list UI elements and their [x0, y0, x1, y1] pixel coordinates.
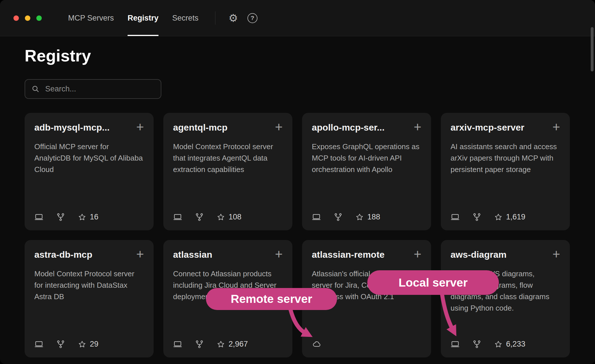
- star-count: 108: [217, 213, 241, 221]
- main-tabs: MCP Servers Registry Secrets: [68, 0, 199, 36]
- add-server-button[interactable]: +: [411, 248, 421, 261]
- laptop-icon: [312, 213, 321, 222]
- laptop-icon: [34, 340, 43, 349]
- server-card-footer: 29: [34, 340, 144, 349]
- minimize-button[interactable]: [25, 15, 30, 21]
- settings-gear-icon[interactable]: ⚙: [229, 12, 238, 24]
- star-icon: [217, 340, 225, 349]
- github-fork-icon[interactable]: [56, 340, 65, 349]
- close-button[interactable]: [13, 15, 19, 21]
- server-description: Model Context Protocol server that integ…: [173, 141, 283, 175]
- laptop-icon: [173, 340, 182, 349]
- server-name: atlassian-remote: [312, 248, 411, 261]
- star-count: 29: [78, 340, 98, 349]
- server-card-footer: 188: [312, 213, 421, 222]
- server-name: astra-db-mcp: [34, 248, 133, 261]
- app-window: MCP Servers Registry Secrets ⚙ ? Registr…: [0, 0, 595, 364]
- server-card[interactable]: aws-diagram + Generate AWS diagrams, seq…: [441, 240, 570, 357]
- maximize-button[interactable]: [36, 15, 42, 21]
- star-icon: [494, 340, 503, 349]
- server-name: arxiv-mcp-server: [451, 121, 550, 134]
- tab-secrets[interactable]: Secrets: [172, 0, 199, 36]
- star-count: 1,619: [494, 213, 525, 221]
- page-title: Registry: [25, 47, 595, 65]
- server-description: AI assistants search and access arXiv pa…: [451, 141, 560, 175]
- add-server-button[interactable]: +: [411, 121, 421, 133]
- server-card[interactable]: astra-db-mcp + Model Context Protocol se…: [25, 240, 154, 357]
- laptop-icon: [173, 213, 182, 222]
- add-server-button[interactable]: +: [272, 248, 283, 261]
- server-card[interactable]: agentql-mcp + Model Context Protocol ser…: [163, 113, 292, 230]
- server-card-footer: 16: [34, 213, 144, 222]
- tab-registry[interactable]: Registry: [128, 0, 158, 36]
- github-fork-icon[interactable]: [472, 340, 481, 349]
- server-card[interactable]: adb-mysql-mcp... + Official MCP server f…: [25, 113, 154, 230]
- add-server-button[interactable]: +: [550, 248, 560, 261]
- server-name: aws-diagram: [451, 248, 550, 261]
- laptop-icon: [34, 213, 43, 222]
- server-description: Exposes GraphQL operations as MCP tools …: [312, 141, 421, 175]
- star-icon: [494, 213, 503, 221]
- server-description: Official MCP server for AnalyticDB for M…: [34, 141, 144, 175]
- server-card-footer: [312, 340, 421, 349]
- star-count-value: 188: [367, 213, 380, 221]
- star-count-value: 16: [90, 213, 98, 221]
- add-server-button[interactable]: +: [550, 121, 560, 133]
- star-count: 188: [355, 213, 380, 221]
- registry-page: Registry adb-mysql-mcp... + Official MCP…: [0, 47, 595, 357]
- server-card[interactable]: arxiv-mcp-server + AI assistants search …: [441, 113, 570, 230]
- registry-grid: adb-mysql-mcp... + Official MCP server f…: [25, 113, 595, 357]
- server-card[interactable]: apollo-mcp-ser... + Exposes GraphQL oper…: [302, 113, 431, 230]
- titlebar: MCP Servers Registry Secrets ⚙ ?: [0, 0, 595, 36]
- server-name: atlassian: [173, 248, 272, 261]
- github-fork-icon[interactable]: [56, 213, 65, 222]
- add-server-button[interactable]: +: [133, 248, 144, 261]
- star-count-value: 108: [229, 213, 241, 221]
- search-input[interactable]: [45, 84, 154, 94]
- tab-mcp-servers[interactable]: MCP Servers: [68, 0, 114, 36]
- titlebar-divider: [215, 11, 215, 25]
- server-card-footer: 1,619: [451, 213, 560, 222]
- github-fork-icon[interactable]: [195, 213, 204, 222]
- star-count-value: 1,619: [506, 213, 525, 221]
- scrollbar-thumb[interactable]: [591, 27, 594, 71]
- cloud-icon: [312, 340, 322, 349]
- server-card-footer: 2,967: [173, 340, 283, 349]
- star-count: 2,967: [217, 340, 248, 349]
- server-name: adb-mysql-mcp...: [34, 121, 133, 134]
- help-icon[interactable]: ?: [247, 13, 257, 23]
- star-icon: [78, 340, 86, 349]
- search-icon: [31, 85, 39, 93]
- github-fork-icon[interactable]: [334, 213, 343, 222]
- star-icon: [217, 213, 225, 221]
- local-server-callout: Local server: [367, 270, 499, 295]
- star-icon: [355, 213, 364, 221]
- add-server-button[interactable]: +: [272, 121, 283, 133]
- star-icon: [78, 213, 86, 221]
- github-fork-icon[interactable]: [195, 340, 204, 349]
- star-count: 16: [78, 213, 98, 221]
- laptop-icon: [451, 340, 460, 349]
- remote-server-callout: Remote server: [206, 288, 337, 310]
- server-name: apollo-mcp-ser...: [312, 121, 411, 134]
- star-count-value: 29: [90, 340, 98, 349]
- server-card-footer: 108: [173, 213, 283, 222]
- github-fork-icon[interactable]: [472, 213, 481, 222]
- add-server-button[interactable]: +: [133, 121, 144, 133]
- server-card-footer: 6,233: [451, 340, 560, 349]
- laptop-icon: [451, 213, 460, 222]
- server-description: Model Context Protocol server for intera…: [34, 268, 144, 302]
- search-box[interactable]: [25, 79, 161, 99]
- window-controls: [0, 15, 42, 21]
- star-count-value: 6,233: [506, 340, 525, 349]
- star-count-value: 2,967: [229, 340, 248, 349]
- server-name: agentql-mcp: [173, 121, 272, 134]
- star-count: 6,233: [494, 340, 525, 349]
